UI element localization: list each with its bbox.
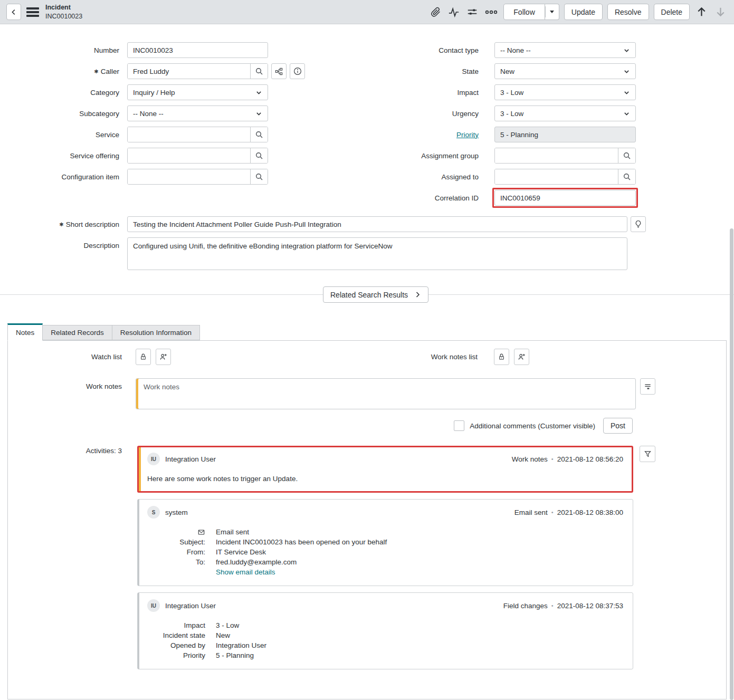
required-icon: ✱ — [94, 69, 98, 74]
field-change-label: Incident state — [147, 630, 216, 640]
field-row-service-offering: Service offering — [0, 148, 365, 164]
chevron-down-icon — [623, 89, 630, 96]
work-notes-list-add-me-button[interactable] — [514, 349, 529, 365]
email-from-value: IT Service Desk — [216, 547, 266, 557]
watch-list-add-me-button[interactable] — [156, 349, 171, 365]
urgency-select[interactable]: 3 - Low — [494, 106, 636, 121]
assigned-to-lookup-button[interactable] — [618, 169, 635, 184]
field-change-value: 3 - Low — [216, 620, 239, 630]
activity-timestamp: 2021-08-12 08:56:20 — [557, 455, 623, 463]
watch-list-unlock-button[interactable] — [136, 349, 151, 365]
chevron-down-icon — [623, 110, 630, 117]
related-search-results-button[interactable]: Related Search Results — [323, 286, 428, 303]
incident-form: Number ✱Caller — [0, 24, 734, 270]
urgency-label: Urgency — [365, 110, 494, 118]
state-select[interactable]: New — [494, 63, 636, 79]
activity-user: Integration User — [165, 455, 216, 463]
category-select[interactable]: Inquiry / Help — [127, 84, 268, 100]
category-label: Category — [0, 89, 127, 97]
back-button[interactable] — [6, 4, 21, 20]
previous-record-button[interactable] — [694, 6, 709, 18]
field-change-label: Priority — [147, 650, 216, 660]
context-menu-icon[interactable] — [26, 6, 39, 18]
resolve-button[interactable]: Resolve — [607, 4, 649, 20]
subcategory-select[interactable]: -- None -- — [127, 106, 268, 121]
header-bar: Incident INC0010023 Follow Update Resolv… — [0, 0, 734, 24]
activity-filter-button[interactable] — [640, 446, 655, 462]
record-number-label: INC0010023 — [45, 12, 82, 21]
watch-list-label: Watch list — [8, 353, 136, 361]
required-icon: ✱ — [59, 222, 63, 227]
tab-resolution-information[interactable]: Resolution Information — [112, 325, 200, 340]
follow-button[interactable]: Follow — [503, 4, 545, 20]
activities-section: Activities: 3 IU Integration User Work n… — [8, 446, 726, 676]
priority-label-link[interactable]: Priority — [456, 131, 479, 139]
field-row-number: Number — [0, 42, 365, 58]
vertical-scrollbar[interactable] — [730, 228, 733, 700]
short-description-input[interactable] — [127, 216, 627, 232]
assignment-group-label: Assignment group — [365, 152, 494, 160]
next-record-button[interactable] — [713, 6, 728, 18]
field-row-assigned-to: Assigned to — [365, 169, 734, 185]
tab-related-records[interactable]: Related Records — [42, 325, 112, 340]
activity-stream-icon[interactable] — [447, 5, 461, 19]
service-lookup-button[interactable] — [250, 127, 268, 142]
contact-type-select[interactable]: -- None -- — [494, 42, 636, 58]
search-icon — [255, 67, 263, 75]
personalize-form-icon[interactable] — [465, 5, 479, 19]
show-email-details-link[interactable]: Show email details — [216, 567, 275, 577]
description-textarea[interactable]: Configured using Unifi, the definitive e… — [127, 237, 627, 270]
post-button[interactable]: Post — [603, 418, 633, 434]
correlation-id-input[interactable] — [494, 190, 636, 206]
activity-entry-email-sent: S system Email sent • 2021-08-12 08:38:0… — [137, 499, 633, 586]
field-row-caller: ✱Caller — [0, 63, 365, 79]
preview-record-button[interactable] — [290, 63, 305, 79]
short-description-label: Short description — [66, 220, 119, 228]
impact-select[interactable]: 3 - Low — [494, 84, 636, 100]
work-notes-textarea[interactable] — [136, 378, 636, 409]
field-change-value: Integration User — [216, 640, 266, 650]
activity-timestamp: 2021-08-12 08:38:00 — [557, 509, 623, 516]
assignment-group-input[interactable] — [495, 148, 618, 163]
chevron-down-icon — [255, 110, 262, 117]
field-row-correlation-id: Correlation ID — [365, 190, 734, 206]
more-options-icon[interactable] — [484, 8, 499, 16]
work-notes-list-row: Work notes list — [365, 349, 726, 365]
update-button[interactable]: Update — [564, 4, 603, 20]
service-input[interactable] — [128, 127, 250, 142]
search-icon — [255, 172, 263, 181]
hierarchy-icon — [275, 68, 283, 75]
assignment-group-lookup-button[interactable] — [618, 148, 635, 163]
field-row-urgency: Urgency 3 - Low — [365, 106, 734, 121]
additional-comments-checkbox[interactable] — [454, 420, 464, 431]
assigned-to-input[interactable] — [495, 169, 618, 184]
stream-preferences-icon — [644, 382, 652, 390]
record-type-label: Incident — [45, 3, 82, 12]
follow-dropdown-button[interactable] — [545, 4, 559, 20]
service-offering-lookup-button[interactable] — [250, 148, 268, 163]
suggestion-button[interactable] — [631, 216, 646, 232]
chevron-right-icon — [414, 291, 421, 298]
tab-notes[interactable]: Notes — [7, 323, 43, 341]
show-related-records-button[interactable] — [271, 63, 287, 79]
caller-lookup-button[interactable] — [250, 64, 268, 79]
field-row-category: Category Inquiry / Help — [0, 84, 365, 100]
number-input[interactable] — [127, 42, 268, 58]
email-to-label: To: — [147, 557, 216, 567]
configuration-item-lookup-button[interactable] — [250, 169, 268, 184]
service-offering-input[interactable] — [128, 148, 250, 163]
meta-separator: • — [551, 456, 554, 462]
attachment-icon[interactable] — [429, 5, 442, 18]
notes-tab-panel: Watch list Work notes list — [7, 340, 727, 699]
chevron-down-icon — [623, 68, 630, 75]
work-notes-list-unlock-button[interactable] — [494, 349, 509, 365]
watch-list-row: Watch list — [8, 349, 365, 365]
state-label: State — [365, 68, 494, 75]
priority-readonly-field: 5 - Planning — [494, 127, 636, 142]
activity-stream-settings-button[interactable] — [640, 378, 655, 395]
work-notes-list-label: Work notes list — [365, 353, 494, 361]
configuration-item-input[interactable] — [128, 169, 250, 184]
delete-button[interactable]: Delete — [654, 4, 690, 20]
caller-input[interactable] — [128, 64, 250, 79]
activity-entry-field-changes: IU Integration User Field changes • 2021… — [137, 592, 633, 669]
